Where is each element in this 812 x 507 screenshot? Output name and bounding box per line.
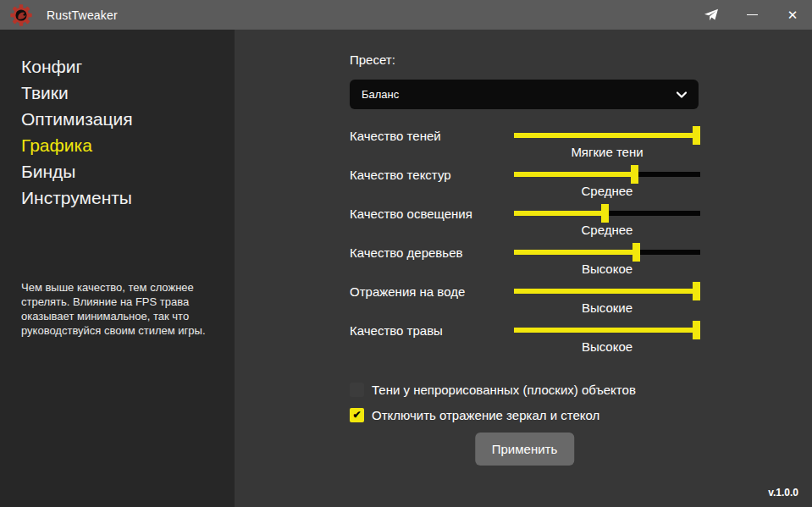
main-panel: Пресет: Баланс Качество теней Мягкие тен… — [235, 30, 812, 507]
shadow-quality-slider[interactable] — [514, 133, 700, 138]
slider-fill — [514, 172, 635, 177]
checkbox-icon: ✔ — [350, 383, 364, 397]
slider-fill — [514, 211, 605, 216]
slider-value: Высокое — [514, 262, 700, 276]
slider-value: Высокие — [514, 300, 700, 315]
slider-label: Качество травы — [350, 323, 443, 338]
checkbox-label: Отключить отражение зеркал и стекол — [372, 408, 599, 422]
slider-label: Качество текстур — [350, 168, 451, 182]
checkbox-icon: ✔ — [350, 408, 364, 422]
preset-dropdown-value: Баланс — [362, 88, 399, 101]
telegram-send-icon[interactable] — [699, 0, 724, 30]
lighting-quality-slider[interactable] — [514, 211, 700, 216]
slider-row-shadows: Качество теней Мягкие тени — [350, 126, 699, 165]
slider-value: Высокое — [514, 339, 700, 354]
sidebar-item-binds[interactable]: Бинды — [21, 158, 235, 185]
slider-thumb[interactable] — [631, 165, 638, 184]
slider-value: Мягкие тени — [514, 145, 700, 159]
slider-thumb[interactable] — [601, 204, 609, 223]
version-label: v.1.0.0 — [768, 487, 798, 499]
close-icon: ✕ — [787, 8, 798, 23]
slider-fill — [514, 328, 700, 333]
water-reflections-slider[interactable] — [514, 289, 700, 294]
checkbox-label: Тени у непрорисованных (плоских) объекто… — [372, 383, 636, 397]
app-logo-gear-wrench-icon — [9, 3, 33, 27]
sidebar-item-graphics[interactable]: Графика — [21, 132, 235, 158]
slider-row-grass: Качество травы Высокое — [350, 321, 699, 360]
slider-fill — [514, 289, 700, 294]
slider-row-textures: Качество текстур Среднее — [350, 165, 699, 204]
checkbox-group: ✔ Тени у непрорисованных (плоских) объек… — [350, 377, 636, 427]
slider-fill — [514, 133, 700, 138]
app-window: RustTweaker ✕ Конфиг Твики Оптимизация Г… — [0, 0, 812, 507]
preset-label: Пресет: — [350, 52, 395, 67]
minimize-icon — [747, 14, 758, 15]
sidebar-item-tools[interactable]: Инструменты — [21, 185, 235, 211]
slider-label: Качество освещения — [350, 207, 472, 221]
slider-thumb[interactable] — [693, 126, 700, 145]
slider-fill — [514, 250, 637, 255]
checkbox-disable-mirror-reflections[interactable]: ✔ Отключить отражение зеркал и стекол — [350, 402, 636, 427]
close-button[interactable]: ✕ — [780, 0, 805, 30]
sliders-group: Качество теней Мягкие тени Качество текс… — [350, 126, 699, 360]
slider-value: Среднее — [514, 223, 700, 237]
slider-thumb[interactable] — [632, 243, 640, 262]
content-column: Пресет: Баланс Качество теней Мягкие тен… — [350, 30, 699, 507]
preset-dropdown[interactable]: Баланс — [350, 80, 699, 109]
sidebar-item-optimization[interactable]: Оптимизация — [21, 106, 235, 132]
sidebar-menu: Конфиг Твики Оптимизация Графика Бинды И… — [0, 30, 235, 211]
grass-quality-slider[interactable] — [514, 328, 700, 333]
titlebar: RustTweaker ✕ — [0, 0, 812, 30]
slider-label: Качество теней — [350, 129, 441, 143]
slider-row-lighting: Качество освещения Среднее — [350, 204, 699, 243]
sidebar-item-tweaks[interactable]: Твики — [21, 80, 235, 106]
sidebar: Конфиг Твики Оптимизация Графика Бинды И… — [0, 30, 235, 507]
slider-thumb[interactable] — [693, 282, 700, 300]
sidebar-item-config[interactable]: Конфиг — [21, 53, 235, 80]
sidebar-help-text: Чем выше качество, тем сложнее стрелять.… — [21, 280, 223, 338]
apply-button[interactable]: Применить — [475, 433, 575, 466]
texture-quality-slider[interactable] — [514, 172, 700, 177]
app-title: RustTweaker — [47, 8, 118, 22]
tree-quality-slider[interactable] — [514, 250, 700, 255]
slider-row-water-reflections: Отражения на воде Высокие — [350, 282, 699, 321]
slider-label: Отражения на воде — [350, 284, 465, 299]
chevron-down-icon — [677, 91, 687, 98]
slider-label: Качество деревьев — [350, 245, 462, 260]
titlebar-controls: ✕ — [699, 0, 812, 30]
slider-value: Среднее — [514, 184, 700, 198]
checkbox-flat-object-shadows[interactable]: ✔ Тени у непрорисованных (плоских) объек… — [350, 377, 636, 402]
slider-thumb[interactable] — [693, 321, 700, 339]
slider-row-trees: Качество деревьев Высокое — [350, 243, 699, 282]
minimize-button[interactable] — [739, 0, 765, 30]
